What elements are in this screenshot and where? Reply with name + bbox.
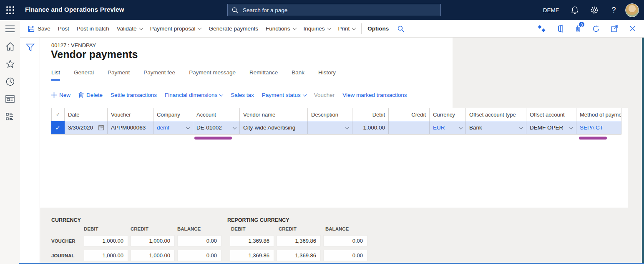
cell-method-of-payment[interactable]: SEPA CT (576, 121, 621, 134)
column-header-offset-account[interactable]: Offset account (526, 108, 576, 121)
personalize-view-icon[interactable] (538, 25, 546, 32)
cell-currency[interactable]: EUR (430, 121, 466, 134)
column-header-company[interactable]: Company (153, 108, 193, 121)
filter-funnel-icon[interactable] (20, 38, 40, 57)
open-in-office-icon[interactable] (557, 25, 564, 33)
settle-transactions-button[interactable]: Settle transactions (111, 92, 157, 98)
actionbar-search-icon[interactable] (392, 25, 409, 32)
payment-proposal-menu-button[interactable]: Payment proposal (146, 20, 205, 37)
column-header-account[interactable]: Account (193, 108, 240, 121)
page-header: 00127 : VENDPAY Vendor payments List Gen… (40, 38, 453, 108)
app-launcher-waffle-icon[interactable] (0, 0, 20, 20)
column-header-debit[interactable]: Debit (352, 108, 389, 121)
chevron-down-icon[interactable] (186, 125, 190, 129)
notifications-bell-icon[interactable] (565, 0, 584, 20)
save-icon (28, 25, 35, 32)
page-search-box[interactable] (227, 4, 441, 16)
tab-general[interactable]: General (74, 69, 94, 81)
chevron-down-icon[interactable] (345, 125, 350, 129)
new-button[interactable]: New (51, 92, 70, 98)
favorites-star-icon[interactable] (0, 55, 20, 73)
page-title: Vendor payments (51, 48, 138, 61)
trash-icon (78, 92, 84, 98)
cell-description[interactable] (308, 121, 352, 134)
voucher-currency-debit: 1,000.00 (84, 235, 128, 246)
expand-menu-hamburger-icon[interactable] (0, 20, 20, 38)
voucher-currency-credit: 1,000.00 (131, 235, 175, 246)
tab-bank[interactable]: Bank (292, 69, 304, 81)
column-header-method-of-payment[interactable]: Method of payment (576, 108, 621, 121)
attachment-count-badge: 0 (578, 21, 585, 28)
column-header-vendor-name[interactable]: Vendor name (240, 108, 308, 121)
functions-menu-button[interactable]: Functions (262, 20, 300, 37)
search-input[interactable] (242, 7, 436, 14)
print-menu-button[interactable]: Print (335, 20, 360, 37)
grid-header-row: ✓ Date Voucher Company Account Vendor na… (51, 108, 621, 121)
calendar-icon[interactable] (98, 125, 104, 130)
cell-voucher: APPM000063 (108, 121, 153, 134)
tab-remittance[interactable]: Remittance (249, 69, 278, 81)
voucher-currency-balance: 0.00 (177, 235, 221, 246)
refresh-icon[interactable] (592, 25, 600, 33)
modules-list-icon[interactable] (0, 108, 20, 125)
column-header-offset-account-type[interactable]: Offset account type (466, 108, 526, 121)
journal-currency-credit: 1,000.00 (131, 250, 175, 261)
tab-payment-fee[interactable]: Payment fee (143, 69, 175, 81)
voucher-reporting-balance: 0.00 (323, 235, 367, 246)
sales-tax-button[interactable]: Sales tax (231, 92, 254, 98)
cell-account[interactable]: DE-01002 (193, 121, 240, 134)
voucher-button-disabled[interactable]: Voucher (314, 92, 335, 98)
options-button[interactable]: Options (364, 20, 392, 37)
chevron-down-icon[interactable] (569, 125, 574, 129)
cell-company[interactable]: demf (153, 121, 193, 134)
journal-reporting-balance: 0.00 (323, 250, 367, 261)
chevron-down-icon[interactable] (233, 125, 237, 129)
tab-payment[interactable]: Payment (108, 69, 130, 81)
cell-debit[interactable]: 1,000.00 (352, 121, 389, 134)
chevron-down-icon (139, 26, 143, 30)
financial-dimensions-menu-button[interactable]: Financial dimensions (165, 92, 223, 98)
save-button[interactable]: Save (24, 20, 54, 37)
select-all-checkbox[interactable]: ✓ (51, 108, 65, 121)
close-icon[interactable] (629, 25, 636, 32)
column-header-description[interactable]: Description (308, 108, 352, 121)
currency-totals-title: CURRENCY (51, 217, 81, 223)
cell-offset-account-type[interactable]: Bank (466, 121, 526, 134)
journal-row-label: JOURNAL (51, 253, 75, 258)
chevron-down-icon[interactable] (519, 125, 523, 129)
post-button[interactable]: Post (54, 20, 73, 37)
post-in-batch-button[interactable]: Post in batch (73, 20, 113, 37)
attachments-paperclip-icon[interactable]: 0 (575, 25, 581, 33)
chevron-down-icon (302, 92, 307, 96)
column-header-currency[interactable]: Currency (430, 108, 466, 121)
chevron-down-icon (327, 26, 331, 30)
company-picker[interactable]: DEMF (537, 7, 565, 13)
generate-payments-button[interactable]: Generate payments (205, 20, 262, 37)
cell-offset-account[interactable]: DEMF OPER (526, 121, 576, 134)
delete-button[interactable]: Delete (78, 92, 103, 98)
cell-date[interactable]: 3/30/2020 (65, 121, 108, 134)
payment-status-menu-button[interactable]: Payment status (262, 92, 306, 98)
chevron-down-icon[interactable] (459, 125, 463, 129)
journal-reporting-debit: 1,369.86 (230, 250, 274, 261)
column-header-credit[interactable]: Credit (389, 108, 430, 121)
chevron-down-icon (219, 92, 224, 96)
tab-history[interactable]: History (318, 69, 336, 81)
settings-gear-icon[interactable] (584, 0, 604, 20)
tab-payment-message[interactable]: Payment message (189, 69, 236, 81)
lines-grid: ✓ Date Voucher Company Account Vendor na… (51, 108, 621, 135)
column-header-date[interactable]: Date (65, 108, 108, 121)
open-in-new-window-icon[interactable] (611, 25, 618, 32)
row-checkbox-checked[interactable]: ✓ (51, 121, 65, 134)
home-icon[interactable] (0, 38, 20, 55)
tab-list[interactable]: List (51, 69, 60, 81)
validate-menu-button[interactable]: Validate (113, 20, 146, 37)
recent-clock-icon[interactable] (0, 73, 20, 90)
column-header-voucher[interactable]: Voucher (108, 108, 153, 121)
help-icon[interactable]: ? (604, 0, 624, 20)
cell-credit[interactable] (389, 121, 430, 134)
view-marked-transactions-button[interactable]: View marked transactions (342, 92, 407, 98)
user-avatar[interactable] (625, 3, 639, 17)
workspaces-icon[interactable] (0, 90, 20, 108)
inquiries-menu-button[interactable]: Inquiries (300, 20, 335, 37)
